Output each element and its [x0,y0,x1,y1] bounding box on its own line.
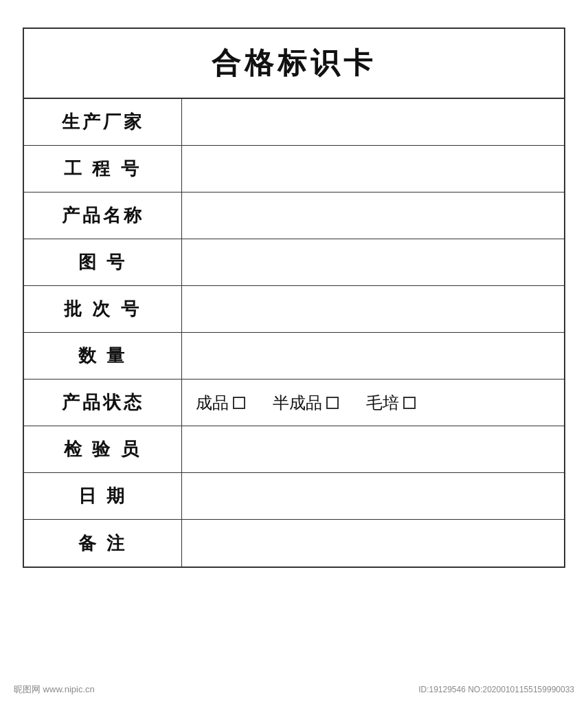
watermark-left: 昵图网 www.nipic.cn [14,683,95,696]
row-date: 日 期 [24,473,564,520]
value-date [182,473,564,519]
state-option-semi-finished: 半成品 [273,392,339,414]
label-project-number: 工 程 号 [24,146,182,192]
label-drawing-number: 图 号 [24,239,182,285]
value-inspector [182,426,564,472]
qualification-card: 合格标识卡 生产厂家 工 程 号 产品名称 图 号 [23,28,565,568]
value-drawing-number [182,239,564,285]
label-date: 日 期 [24,473,182,519]
card-title: 合格标识卡 [212,47,376,79]
value-project-number [182,146,564,192]
label-product-name: 产品名称 [24,192,182,239]
value-product-state: 成品 半成品 毛培 [182,380,564,426]
label-batch-number: 批 次 号 [24,286,182,332]
row-quantity: 数 量 [24,333,564,380]
checkbox-finished[interactable] [233,397,245,409]
value-batch-number [182,286,564,332]
row-batch-number: 批 次 号 [24,286,564,333]
label-product-state: 产品状态 [24,380,182,426]
label-manufacturer: 生产厂家 [24,99,182,145]
value-remarks [182,520,564,566]
state-label-rough: 毛培 [366,392,399,414]
watermark-area: 昵图网 www.nipic.cn ID:19129546 NO:20200101… [0,683,588,696]
value-manufacturer [182,99,564,145]
row-drawing-number: 图 号 [24,239,564,286]
label-quantity: 数 量 [24,333,182,379]
row-inspector: 检 验 员 [24,426,564,473]
value-product-name [182,192,564,239]
value-quantity [182,333,564,379]
card-title-row: 合格标识卡 [24,29,564,99]
state-option-rough: 毛培 [366,392,416,414]
watermark-right: ID:19129546 NO:20200101155159990033 [418,685,574,694]
label-remarks: 备 注 [24,520,182,566]
page-wrapper: 合格标识卡 生产厂家 工 程 号 产品名称 图 号 [0,0,588,704]
state-label-finished: 成品 [196,392,229,414]
row-remarks: 备 注 [24,520,564,566]
row-product-name: 产品名称 [24,192,564,239]
checkbox-rough[interactable] [403,397,416,409]
row-product-state: 产品状态 成品 半成品 毛培 [24,380,564,426]
checkbox-semi-finished[interactable] [326,397,339,409]
row-project-number: 工 程 号 [24,146,564,192]
state-label-semi-finished: 半成品 [273,392,322,414]
label-inspector: 检 验 员 [24,426,182,472]
row-manufacturer: 生产厂家 [24,99,564,146]
state-option-finished: 成品 [196,392,245,414]
